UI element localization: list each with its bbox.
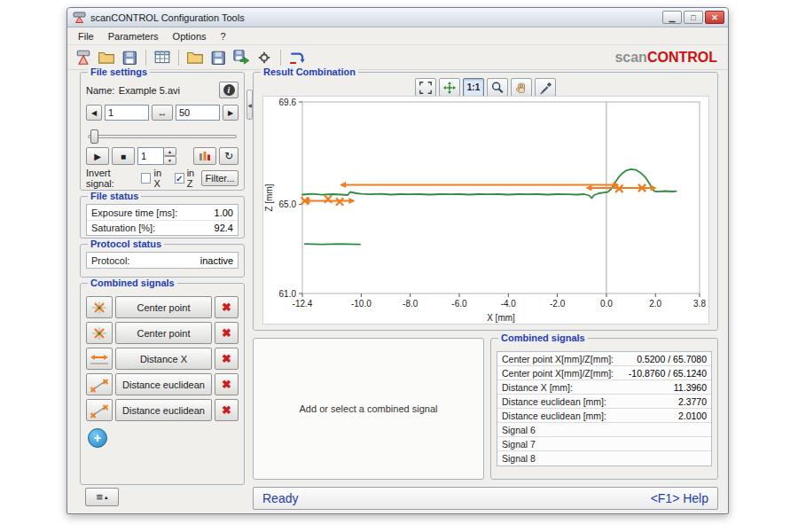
file-status-panel: Exposure time [ms]: 1.00 Saturation [%]:… bbox=[86, 204, 239, 236]
status-help-text: <F1> Help bbox=[651, 491, 708, 505]
distance-euclidean-icon[interactable] bbox=[86, 373, 113, 395]
goto-start-button[interactable]: ◀ bbox=[86, 105, 102, 121]
maximize-button[interactable]: □ bbox=[684, 11, 703, 24]
signal-3-button[interactable]: Distance X bbox=[115, 348, 212, 370]
value-label: Signal 8 bbox=[502, 453, 536, 464]
range-start-input[interactable] bbox=[105, 105, 149, 121]
frame-spinner: ▲ ▼ bbox=[137, 147, 176, 165]
value-row: Signal 8 bbox=[497, 451, 711, 466]
distance-euclidean-icon[interactable] bbox=[86, 399, 113, 421]
goto-start-icon: ◀ bbox=[91, 109, 97, 117]
menu-parameters[interactable]: Parameters bbox=[101, 29, 166, 43]
saturation-value: 92.4 bbox=[215, 223, 233, 233]
goto-end-icon: ▶ bbox=[228, 109, 233, 117]
frame-slider[interactable] bbox=[88, 129, 237, 144]
fit-view-button[interactable] bbox=[415, 78, 436, 97]
protocol-status-group: Protocol status Protocol: inactive bbox=[80, 244, 245, 278]
menu-help[interactable]: ? bbox=[214, 29, 233, 43]
content-area: File settings Name: Example 5.avi i ◀ ↔ … bbox=[67, 70, 728, 513]
value-row: Center point X[mm]/Z[mm]: -10.8760 / 65.… bbox=[497, 366, 711, 380]
save-file-icon[interactable] bbox=[119, 47, 140, 68]
frame-input[interactable] bbox=[137, 147, 164, 165]
svg-text:3.8: 3.8 bbox=[693, 299, 706, 309]
pan-tool-button[interactable] bbox=[511, 78, 532, 97]
combined-signals-values-title: Combined signals bbox=[498, 332, 588, 343]
spin-arrows: ▲ ▼ bbox=[164, 147, 176, 165]
signal-4-button[interactable]: Distance euclidean bbox=[115, 373, 212, 395]
zoom-tool-button[interactable] bbox=[487, 78, 508, 97]
stop-button[interactable]: ■ bbox=[112, 147, 135, 165]
exposure-value: 1.00 bbox=[215, 207, 233, 218]
signal-row: Center point ✖ bbox=[86, 296, 239, 318]
profile-chart[interactable]: 69.665.061.0-12.4-10.0-8.0-6.0-4.0-2.00.… bbox=[262, 96, 709, 325]
export-icon[interactable] bbox=[231, 47, 252, 68]
zoom-reset-icon bbox=[442, 81, 457, 95]
bar-display-icon bbox=[198, 150, 212, 162]
status-bar: Ready <F1> Help bbox=[253, 487, 718, 510]
delete-signal-3-button[interactable]: ✖ bbox=[215, 348, 239, 370]
bar-display-button[interactable] bbox=[193, 147, 216, 165]
range-end-input[interactable] bbox=[176, 105, 220, 121]
svg-text:-6.0: -6.0 bbox=[451, 299, 467, 309]
center-point-icon[interactable] bbox=[86, 322, 113, 344]
delete-icon: ✖ bbox=[222, 352, 231, 365]
one-to-one-button[interactable]: 1:1 bbox=[463, 78, 484, 97]
delete-signal-1-button[interactable]: ✖ bbox=[215, 296, 239, 318]
close-button[interactable]: ✕ bbox=[705, 11, 724, 24]
delete-signal-5-button[interactable]: ✖ bbox=[215, 399, 239, 421]
value-text: -10.8760 / 65.1240 bbox=[629, 368, 707, 379]
magnifier-icon bbox=[490, 81, 505, 95]
maximize-icon: □ bbox=[691, 13, 695, 22]
spin-down-button[interactable]: ▼ bbox=[164, 156, 176, 165]
play-button[interactable]: ▶ bbox=[86, 147, 109, 165]
settings-icon[interactable] bbox=[254, 47, 275, 68]
info-button[interactable]: i bbox=[219, 82, 239, 98]
one-to-one-label: 1:1 bbox=[467, 82, 480, 92]
toggle-panel-button[interactable]: ≡▴ bbox=[85, 488, 119, 506]
titlebar[interactable]: scanCONTROL Configuration Tools ▁ □ ✕ bbox=[67, 8, 728, 27]
value-label: Center point X[mm]/Z[mm]: bbox=[502, 354, 614, 364]
slider-track[interactable] bbox=[88, 135, 237, 138]
value-label: Distance euclidean [mm]: bbox=[502, 411, 606, 421]
menu-file[interactable]: File bbox=[71, 29, 101, 43]
invert-z-checkbox[interactable]: ✓ bbox=[175, 173, 184, 184]
signal-1-button[interactable]: Center point bbox=[115, 296, 212, 318]
zoom-reset-button[interactable] bbox=[439, 78, 460, 97]
invert-x-checkbox[interactable] bbox=[141, 173, 151, 184]
signal-5-button[interactable]: Distance euclidean bbox=[115, 399, 212, 421]
range-span-button[interactable]: ↔ bbox=[152, 105, 173, 121]
window-controls: ▁ □ ✕ bbox=[662, 11, 724, 24]
spin-up-button[interactable]: ▲ bbox=[164, 147, 176, 156]
open-file-icon[interactable] bbox=[96, 47, 117, 68]
load-profile-icon[interactable] bbox=[184, 47, 206, 68]
menu-options[interactable]: Options bbox=[166, 29, 214, 43]
minimize-button[interactable]: ▁ bbox=[662, 11, 682, 24]
slider-thumb[interactable] bbox=[90, 129, 98, 144]
value-label: Signal 6 bbox=[502, 425, 536, 435]
invert-row: Invert signal: in X ✓ in Z Filter... bbox=[86, 170, 239, 186]
delete-signal-4-button[interactable]: ✖ bbox=[215, 373, 239, 395]
ref-def-icon[interactable] bbox=[286, 47, 308, 68]
svg-text:-8.0: -8.0 bbox=[403, 299, 419, 309]
protocol-status-title: Protocol status bbox=[88, 239, 164, 249]
delete-signal-2-button[interactable]: ✖ bbox=[215, 322, 239, 344]
goto-end-button[interactable]: ▶ bbox=[223, 105, 239, 121]
pick-tool-button[interactable] bbox=[535, 78, 556, 97]
brand-logo: scanCONTROL bbox=[614, 50, 723, 66]
value-row: Distance X [mm]: 11.3960 bbox=[497, 380, 711, 395]
filter-button[interactable]: Filter... bbox=[201, 170, 239, 186]
add-signal-button[interactable]: + bbox=[88, 428, 107, 448]
distance-x-icon[interactable] bbox=[86, 348, 113, 370]
center-point-icon[interactable] bbox=[86, 296, 113, 318]
file-name-row: Name: Example 5.avi i bbox=[86, 82, 239, 98]
save-profile-icon[interactable] bbox=[207, 47, 229, 68]
refresh-button[interactable]: ↻ bbox=[219, 147, 239, 165]
panel-splitter[interactable]: ◀ bbox=[246, 90, 253, 120]
play-icon: ▶ bbox=[94, 152, 101, 161]
table-view-icon[interactable] bbox=[152, 47, 173, 68]
menu-icon: ≡ bbox=[96, 490, 103, 504]
signal-2-button[interactable]: Center point bbox=[115, 322, 212, 344]
svg-text:69.6: 69.6 bbox=[279, 98, 297, 107]
saturation-row: Saturation [%]: 92.4 bbox=[87, 220, 238, 235]
device-icon[interactable] bbox=[73, 47, 94, 68]
